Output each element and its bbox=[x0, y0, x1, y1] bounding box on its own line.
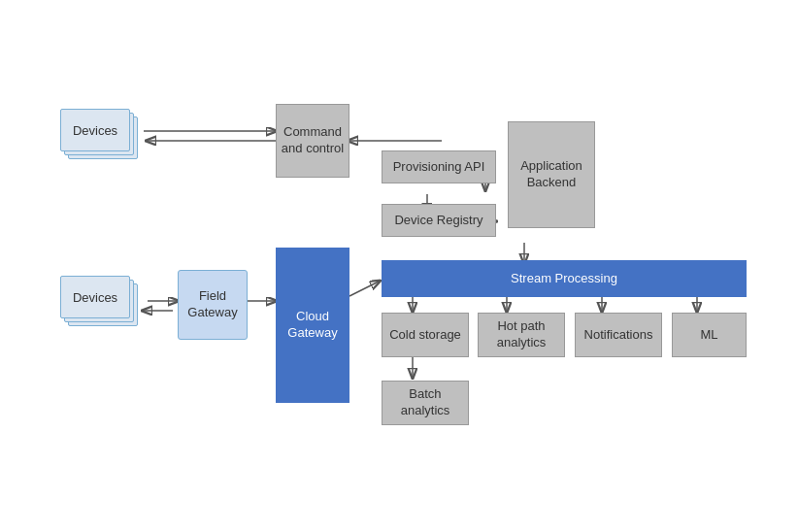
batch-analytics-box: Batchanalytics bbox=[382, 381, 469, 425]
ml-box: ML bbox=[672, 313, 747, 357]
device-registry-box: Device Registry bbox=[382, 204, 496, 237]
application-backend-box: ApplicationBackend bbox=[508, 121, 595, 228]
diagram: Devices Devices FieldGateway Commandand … bbox=[0, 0, 798, 532]
devices-bottom-label: Devices bbox=[73, 290, 117, 305]
notifications-label: Notifications bbox=[584, 327, 653, 344]
stream-processing-box: Stream Processing bbox=[382, 260, 747, 297]
cloud-gateway-box: Cloud Gateway bbox=[276, 248, 349, 403]
cold-storage-box: Cold storage bbox=[382, 313, 469, 357]
application-backend-label: ApplicationBackend bbox=[520, 158, 582, 191]
notifications-box: Notifications bbox=[575, 313, 662, 357]
field-gateway-label: FieldGateway bbox=[187, 288, 237, 321]
cold-storage-label: Cold storage bbox=[389, 327, 461, 344]
ml-label: ML bbox=[700, 327, 717, 344]
devices-top-label: Devices bbox=[73, 123, 117, 138]
hot-path-analytics-box: Hot pathanalytics bbox=[478, 313, 565, 357]
batch-analytics-label: Batchanalytics bbox=[401, 386, 450, 419]
cloud-gateway-label: Cloud Gateway bbox=[280, 309, 346, 342]
provisioning-api-label: Provisioning API bbox=[393, 159, 485, 176]
svg-line-8 bbox=[349, 282, 379, 296]
command-control-box: Commandand control bbox=[276, 104, 349, 178]
devices-top-stack: Devices bbox=[60, 109, 140, 165]
provisioning-api-box: Provisioning API bbox=[382, 150, 496, 183]
command-control-label: Commandand control bbox=[282, 124, 344, 157]
field-gateway-box: FieldGateway bbox=[178, 270, 248, 340]
devices-bottom-stack: Devices bbox=[60, 276, 140, 332]
stream-processing-label: Stream Processing bbox=[511, 271, 617, 287]
device-registry-label: Device Registry bbox=[394, 213, 482, 229]
hot-path-analytics-label: Hot pathanalytics bbox=[497, 318, 547, 351]
